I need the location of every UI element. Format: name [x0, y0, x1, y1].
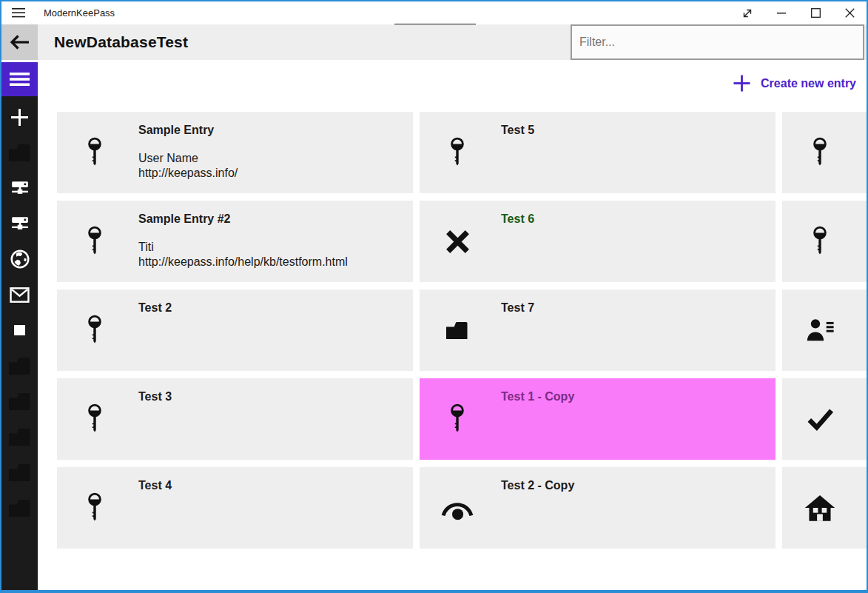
folder-icon	[6, 388, 34, 415]
entry-card[interactable]: Test 6	[420, 201, 776, 282]
sidebar	[1, 62, 38, 590]
maximize-button[interactable]	[798, 1, 832, 24]
sidebar-item-8[interactable]	[1, 348, 38, 383]
close-button[interactable]	[832, 1, 867, 24]
folder-icon	[6, 459, 34, 486]
plus-icon	[10, 108, 29, 127]
folder-icon	[6, 423, 34, 450]
entry-card[interactable]: Test 3	[57, 378, 413, 460]
entry-card[interactable]: Sample EntryUser Namehttp://keepass.info…	[57, 112, 413, 193]
sidebar-item-11[interactable]	[1, 455, 38, 490]
entry-grid: Sample EntryUser Namehttp://keepass.info…	[57, 112, 867, 549]
entry-title: Test 2 - Copy	[501, 479, 574, 492]
sidebar-item-5[interactable]	[1, 241, 38, 277]
entry-subtitle: Titihttp://keepass.info/help/kb/testform…	[138, 240, 348, 269]
key-icon	[803, 112, 837, 193]
entry-card[interactable]: Test 4	[57, 467, 413, 549]
key-icon	[440, 112, 474, 193]
sidebar-item-3[interactable]	[1, 170, 38, 206]
filter-input[interactable]	[571, 24, 864, 60]
hamburger-icon	[12, 8, 25, 18]
check-icon	[803, 378, 837, 460]
sidebar-item-10[interactable]	[1, 419, 38, 455]
cross-icon	[440, 201, 474, 282]
main-content: Create new entry Sample EntryUser Nameht…	[38, 62, 867, 590]
entry-title: Test 5	[501, 124, 534, 137]
entry-card[interactable]	[782, 201, 867, 282]
server-icon	[10, 216, 30, 231]
entry-card[interactable]	[782, 467, 867, 549]
square-icon	[14, 325, 25, 335]
titlebar-menu-button[interactable]	[1, 1, 36, 24]
folder-icon	[6, 352, 34, 379]
sidebar-item-12[interactable]	[1, 490, 38, 526]
folder-icon	[6, 495, 34, 521]
fullscreen-icon	[741, 7, 753, 19]
minimize-icon	[777, 13, 786, 14]
sidebar-item-7[interactable]	[1, 312, 38, 348]
folder-icon	[6, 139, 34, 166]
key-icon	[78, 112, 112, 193]
page-title: NewDatabaseTest	[54, 33, 188, 51]
entry-card[interactable]	[782, 378, 867, 460]
sidebar-item-2[interactable]	[1, 135, 38, 170]
person-list-icon	[803, 289, 837, 371]
entry-title: Test 6	[501, 212, 534, 226]
app-title: ModernKeePass	[44, 7, 115, 19]
create-new-entry-label: Create new entry	[761, 77, 856, 90]
entry-card[interactable]	[782, 289, 867, 371]
sidebar-item-9[interactable]	[1, 383, 38, 419]
minimize-button[interactable]	[764, 1, 798, 24]
key-icon	[803, 201, 837, 282]
sidebar-item-6[interactable]	[1, 277, 38, 312]
maximize-icon	[811, 8, 821, 18]
server-icon	[10, 181, 30, 195]
entry-card[interactable]: Test 2	[57, 289, 413, 371]
entry-card[interactable]: Test 1 - Copy	[420, 378, 776, 460]
folder-icon	[440, 289, 474, 371]
arrow-left-icon	[10, 34, 30, 50]
entry-title: Test 2	[138, 301, 172, 315]
globe-icon	[10, 249, 30, 269]
close-icon	[845, 8, 855, 18]
entry-subtitle: User Namehttp://keepass.info/	[138, 151, 238, 181]
entry-title: Sample Entry	[138, 124, 214, 137]
entry-title: Test 7	[501, 301, 534, 315]
entry-card[interactable]: Test 7	[420, 289, 776, 371]
plus-icon	[733, 75, 750, 92]
header: NewDatabaseTest	[1, 24, 867, 60]
mail-icon	[10, 287, 30, 303]
key-icon	[440, 378, 474, 460]
entry-title: Test 3	[138, 390, 172, 403]
key-icon	[78, 289, 112, 371]
eye-icon	[440, 467, 474, 549]
create-new-entry-button[interactable]: Create new entry	[733, 75, 856, 92]
sidebar-toggle-button[interactable]	[1, 62, 38, 96]
entry-title: Test 4	[138, 479, 172, 492]
entry-card[interactable]	[782, 112, 867, 193]
sidebar-item-1[interactable]	[1, 99, 38, 135]
key-icon	[78, 201, 112, 282]
entry-card[interactable]: Test 5	[420, 112, 776, 193]
back-button[interactable]	[1, 24, 38, 60]
sidebar-item-4[interactable]	[1, 206, 38, 241]
titlebar: ModernKeePass	[1, 1, 867, 24]
entry-card[interactable]: Sample Entry #2Titihttp://keepass.info/h…	[57, 201, 413, 282]
entry-card[interactable]: Test 2 - Copy	[420, 467, 776, 549]
key-icon	[78, 378, 112, 460]
fullscreen-button[interactable]	[730, 1, 764, 24]
entry-title: Sample Entry #2	[138, 212, 231, 226]
hamburger-icon	[10, 72, 30, 87]
home-icon	[803, 467, 837, 549]
entry-title: Test 1 - Copy	[501, 390, 574, 403]
key-icon	[78, 467, 112, 549]
